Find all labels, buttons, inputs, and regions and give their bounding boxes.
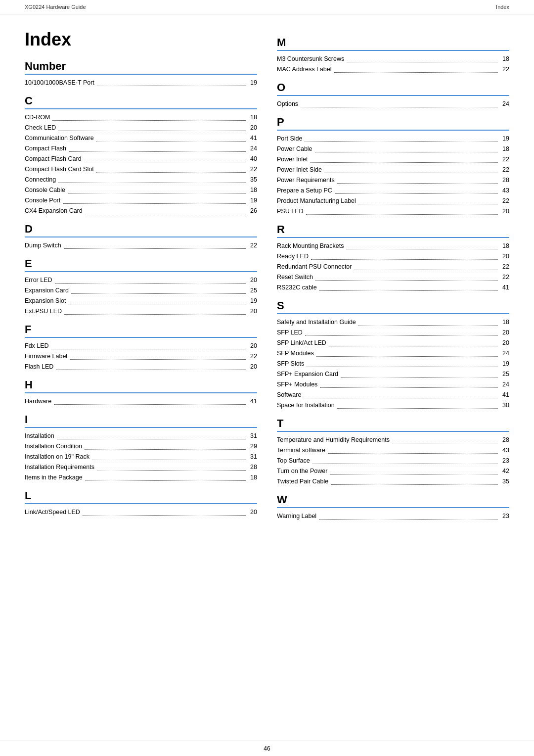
entry-page: 18 — [247, 185, 257, 195]
index-entry: Temperature and Humidity Requirements28 — [277, 435, 509, 445]
entry-label: SFP LED — [277, 328, 303, 337]
entry-dots — [69, 151, 246, 152]
entry-label: Compact Flash — [25, 143, 66, 153]
index-entry: Product Manufacturing Label22 — [277, 196, 509, 206]
entry-label: Firmware Label — [25, 351, 67, 361]
entry-dots — [337, 183, 498, 184]
entry-label: Error LED — [25, 275, 52, 285]
entry-dots — [316, 356, 498, 357]
entry-dots — [97, 470, 246, 471]
index-entry: Turn on the Power42 — [277, 466, 509, 476]
entry-label: Hardware — [25, 396, 51, 406]
index-entry: SFP+ Modules24 — [277, 379, 509, 389]
index-entry: Compact Flash24 — [25, 143, 257, 153]
entry-page: 18 — [499, 241, 509, 251]
entry-page: 42 — [499, 466, 509, 476]
entry-dots — [301, 107, 498, 107]
index-entry: Installation Condition29 — [25, 441, 257, 451]
entry-dots — [330, 474, 498, 474]
index-entry: Compact Flash Card40 — [25, 154, 257, 164]
entry-dots — [319, 519, 498, 520]
entry-dots — [304, 398, 498, 398]
index-entry: Connecting35 — [25, 175, 257, 185]
entry-dots — [83, 515, 246, 516]
index-entry: Firmware Label22 — [25, 351, 257, 361]
entry-dots — [96, 172, 246, 173]
page-title: Index — [25, 29, 257, 50]
index-entry: M3 Countersunk Screws18 — [277, 54, 509, 64]
section-letter-l: L — [25, 489, 257, 502]
index-entry: MAC Address Label22 — [277, 64, 509, 74]
entry-label: Software — [277, 390, 301, 400]
page-container: XG0224 Hardware Guide Index Index Number… — [0, 0, 534, 756]
entry-dots — [335, 193, 498, 194]
entry-dots — [96, 141, 246, 142]
entry-page: 20 — [247, 341, 257, 351]
section-divider — [277, 95, 509, 96]
entry-label: Communication Software — [25, 133, 94, 143]
entry-label: Product Manufacturing Label — [277, 196, 356, 206]
index-entry: Dump Switch22 — [25, 240, 257, 250]
entry-page: 22 — [499, 196, 509, 206]
entry-page: 19 — [247, 296, 257, 306]
entry-page: 23 — [499, 511, 509, 521]
section-divider — [25, 337, 257, 338]
section-divider — [25, 271, 257, 272]
entry-label: PSU LED — [277, 206, 304, 216]
entry-dots — [337, 408, 498, 409]
entry-page: 19 — [247, 78, 257, 88]
entry-label: Items in the Package — [25, 472, 83, 482]
entry-page: 29 — [247, 441, 257, 451]
header-left: XG0224 Hardware Guide — [25, 4, 86, 10]
entry-label: Top Surface — [277, 456, 310, 466]
entry-page: 22 — [247, 164, 257, 174]
index-entry: Prepare a Setup PC43 — [277, 186, 509, 195]
entry-page: 35 — [247, 175, 257, 185]
index-entry: CX4 Expansion Card26 — [25, 206, 257, 216]
entry-dots — [329, 346, 498, 346]
entry-dots — [58, 131, 246, 131]
entry-page: 31 — [247, 431, 257, 441]
entry-page: 19 — [499, 134, 509, 143]
entry-dots — [84, 162, 246, 162]
section-letter-h: H — [25, 378, 257, 391]
entry-dots — [52, 120, 246, 121]
index-entry: Expansion Slot19 — [25, 296, 257, 306]
entry-dots — [320, 387, 498, 388]
section-divider — [277, 313, 509, 314]
index-entry: Check LED20 — [25, 123, 257, 133]
index-entry: SFP LED20 — [277, 328, 509, 337]
entry-label: Installation on 19" Rack — [25, 452, 89, 462]
entry-dots — [358, 325, 498, 326]
section-letter-o: O — [277, 81, 509, 94]
index-entry: Power Requirements28 — [277, 175, 509, 185]
section-letter-number: Number — [25, 60, 257, 73]
entry-page: 41 — [499, 283, 509, 292]
entry-label: Options — [277, 99, 298, 109]
index-entry: RS232C cable41 — [277, 283, 509, 292]
entry-dots — [97, 86, 246, 86]
index-entry: 10/100/1000BASE-T Port19 — [25, 78, 257, 88]
section-divider — [25, 427, 257, 428]
section-letter-i: I — [25, 413, 257, 426]
entry-dots — [64, 314, 246, 315]
entry-label: Connecting — [25, 175, 56, 185]
entry-label: Fdx LED — [25, 341, 49, 351]
section-divider — [277, 130, 509, 131]
page-number: 46 — [264, 745, 270, 752]
section-letter-s: S — [277, 299, 509, 312]
index-entry: SFP+ Expansion Card25 — [277, 369, 509, 379]
entry-page: 19 — [499, 359, 509, 369]
index-entry: Flash LED20 — [25, 362, 257, 372]
index-entry: Safety and Installation Guide18 — [277, 317, 509, 327]
footer-bar: 46 — [0, 741, 534, 756]
entry-dots — [334, 72, 498, 73]
entry-page: 41 — [499, 390, 509, 400]
entry-page: 28 — [247, 462, 257, 472]
section-letter-m: M — [277, 36, 509, 49]
entry-page: 28 — [499, 175, 509, 185]
index-entry: Installation Requirements28 — [25, 462, 257, 472]
index-entry: SFP Modules24 — [277, 348, 509, 358]
index-entry: PSU LED20 — [277, 206, 509, 216]
entry-label: SFP Link/Act LED — [277, 338, 326, 348]
